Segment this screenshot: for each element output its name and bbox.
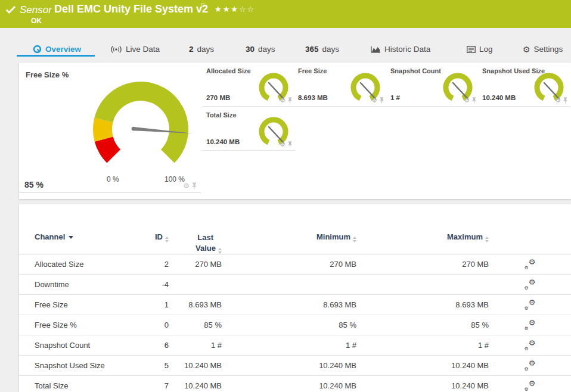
mini-gauge-title: Free Size	[298, 67, 327, 74]
table-row[interactable]: Total Size 7 10.240 MB 10.240 MB 10.240 …	[19, 376, 571, 392]
gear-icon[interactable]: ⚙	[183, 182, 190, 190]
channel-name-cell: Snapshot Count	[35, 341, 151, 350]
channel-name-cell: Total Size	[35, 381, 151, 390]
column-header-maximum[interactable]: Maximum	[356, 232, 489, 242]
channels-table: Channel ID LastValue Minimum Maximum All…	[19, 204, 571, 392]
pin-icon[interactable]	[191, 182, 197, 189]
gauges-panel: Free Size % 0 % 100 % 85 % ⚙ Allocated S…	[19, 63, 571, 199]
channel-name-cell: Snapshot Used Size	[35, 361, 151, 370]
table-row[interactable]: Snapshot Count 6 1 # 1 # 1 # ⚙⚙	[19, 335, 571, 356]
active-tab-underline	[17, 55, 95, 57]
table-row[interactable]: Allocated Size 2 270 MB 270 MB 270 MB ⚙⚙	[19, 254, 571, 275]
pin-icon[interactable]	[287, 141, 293, 148]
tab-2-days[interactable]: 2days	[189, 45, 214, 54]
last-value-cell: 10.240 MB	[169, 361, 222, 370]
last-value-cell: 8.693 MB	[169, 300, 222, 309]
column-header-minimum[interactable]: Minimum	[222, 232, 356, 242]
id-cell: 2	[151, 260, 169, 269]
live-data-icon	[110, 45, 122, 54]
tab-historic-data[interactable]: Historic Data	[371, 45, 430, 54]
mini-gauge-value: 10.240 MB	[482, 94, 516, 101]
status-ok-check-icon	[5, 5, 16, 17]
tab-overview[interactable]: Overview	[33, 45, 81, 54]
prtg-sensor-page: Sensor Dell EMC Unity File System v2 ⚐ ★…	[0, 0, 571, 392]
gear-icon[interactable]: ⚙	[280, 141, 286, 148]
gauge-scale-max-label: 100 %	[165, 175, 185, 183]
gear-icon[interactable]: ⚙	[280, 97, 286, 104]
tab-365-days[interactable]: 365days	[305, 45, 339, 54]
mini-gauge-card: Allocated Size 270 MB ⚙	[203, 63, 295, 107]
log-icon	[467, 46, 476, 53]
id-cell: 0	[151, 321, 169, 329]
last-value-cell: 10.240 MB	[169, 381, 222, 390]
channel-name-cell: Downtime	[35, 280, 151, 289]
tab-label: Historic Data	[384, 45, 430, 54]
tab-30-days[interactable]: 30days	[246, 45, 275, 54]
sensor-header: Sensor Dell EMC Unity File System v2 ⚐ ★…	[0, 0, 571, 28]
sort-icon	[218, 248, 222, 254]
area-chart-icon	[371, 45, 381, 53]
mini-gauge-card: Free Size 8.693 MB ⚙	[294, 63, 387, 107]
sort-desc-icon	[69, 236, 73, 239]
mini-gauge-value: 1 #	[390, 94, 400, 101]
column-header-id[interactable]: ID	[151, 232, 169, 242]
tab-label: Overview	[45, 45, 81, 54]
channel-settings-icon[interactable]: ⚙⚙	[525, 279, 536, 290]
gear-icon[interactable]: ⚙	[555, 97, 561, 104]
gauge-value: 85 %	[24, 180, 44, 189]
main-gauge-card: Free Size % 0 % 100 % 85 % ⚙	[20, 63, 201, 193]
channel-settings-icon[interactable]: ⚙⚙	[525, 340, 536, 350]
id-cell: 7	[151, 381, 169, 390]
column-header-channel[interactable]: Channel	[35, 232, 151, 241]
priority-stars[interactable]: ★★★☆☆	[215, 5, 255, 14]
gear-icon[interactable]: ⚙	[371, 97, 377, 104]
minimum-cell: 85 %	[222, 321, 356, 329]
minimum-cell: 1 #	[222, 341, 356, 350]
column-header-last-value[interactable]: LastValue	[169, 232, 222, 254]
minimum-cell: 270 MB	[222, 260, 356, 269]
channel-settings-icon[interactable]: ⚙⚙	[525, 360, 536, 371]
pin-icon[interactable]	[379, 97, 384, 104]
channel-settings-icon[interactable]: ⚙⚙	[525, 300, 536, 310]
table-row[interactable]: Downtime -4 ⚙⚙	[19, 275, 571, 295]
tab-label: days	[197, 45, 215, 54]
id-cell: 5	[151, 361, 169, 370]
tab-label: Live Data	[126, 45, 160, 54]
channel-settings-icon[interactable]: ⚙⚙	[525, 259, 536, 269]
tab-log[interactable]: Log	[467, 45, 493, 54]
table-row[interactable]: Snapshot Used Size 5 10.240 MB 10.240 MB…	[19, 356, 571, 376]
maximum-cell: 1 #	[356, 341, 489, 350]
favorite-flag-icon[interactable]: ⚐	[200, 2, 206, 10]
mini-gauge-card: Snapshot Count 1 # ⚙	[387, 63, 479, 107]
maximum-cell: 10.240 MB	[356, 361, 489, 370]
pin-icon[interactable]	[471, 97, 477, 104]
table-row[interactable]: Free Size % 0 85 % 85 % 85 % ⚙⚙	[19, 315, 571, 335]
last-value-cell: 1 #	[169, 341, 222, 350]
sensor-title: Dell EMC Unity File System v2	[54, 3, 208, 15]
pin-icon[interactable]	[287, 97, 293, 104]
gear-icon[interactable]: ⚙	[464, 97, 470, 104]
gauge-title: Free Size %	[26, 70, 69, 79]
mini-gauge-title: Total Size	[206, 111, 237, 119]
gauge-icon	[33, 45, 42, 54]
table-header-row: Channel ID LastValue Minimum Maximum	[19, 204, 571, 254]
last-value-cell: 270 MB	[169, 260, 222, 269]
table-row[interactable]: Free Size 1 8.693 MB 8.693 MB 8.693 MB ⚙…	[19, 295, 571, 315]
tab-label: days	[258, 45, 275, 54]
maximum-cell: 85 %	[356, 321, 489, 329]
channel-name-cell: Free Size	[35, 300, 151, 309]
free-size-percent-gauge	[75, 70, 206, 189]
maximum-cell: 270 MB	[356, 260, 489, 269]
tab-label: Log	[479, 45, 493, 54]
id-cell: 6	[151, 341, 169, 350]
tab-label: days	[322, 45, 340, 54]
tab-bar: Overview Live Data 2days 30days 365days …	[0, 28, 571, 58]
tab-live-data[interactable]: Live Data	[110, 45, 160, 54]
gauge-scale-min-label: 0 %	[107, 175, 119, 183]
channel-settings-icon[interactable]: ⚙⚙	[525, 320, 536, 330]
mini-gauge-value: 270 MB	[206, 94, 230, 101]
pin-icon[interactable]	[563, 97, 568, 104]
mini-gauge-title: Snapshot Count	[390, 67, 441, 74]
channel-settings-icon[interactable]: ⚙⚙	[525, 381, 536, 391]
tab-settings[interactable]: ⚙ Settings	[523, 45, 563, 54]
